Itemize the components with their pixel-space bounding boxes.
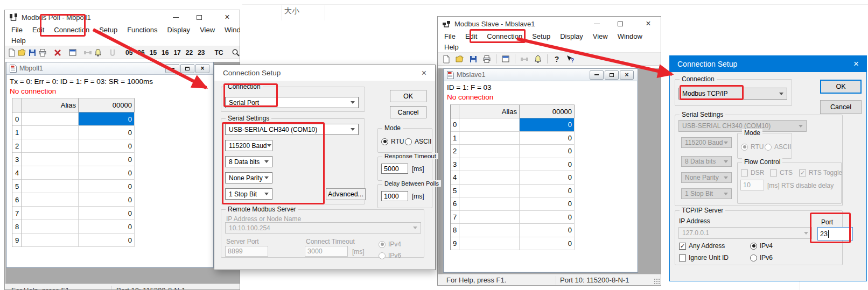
alias-cell[interactable] (459, 224, 520, 237)
register-value-cell[interactable]: 0 (520, 211, 575, 224)
doc-minimize-button[interactable] (165, 64, 179, 73)
ipv4-radio[interactable]: IPv4 (750, 242, 773, 250)
register-value-cell[interactable]: 0 (79, 220, 135, 234)
function-23-button[interactable]: 23 (196, 49, 206, 56)
context-help-icon[interactable]: ? (564, 54, 576, 65)
register-value-cell[interactable]: 0 (520, 185, 575, 198)
alias-cell[interactable] (459, 171, 520, 185)
register-value-cell[interactable]: 0 (79, 153, 135, 166)
menu-display[interactable]: Display (555, 31, 588, 41)
function-05-button[interactable]: 05 (124, 49, 134, 56)
alias-cell[interactable] (459, 211, 520, 224)
menu-help[interactable]: Help (439, 42, 464, 52)
menu-display[interactable]: Display (163, 25, 195, 35)
register-value-cell[interactable]: 0 (79, 126, 135, 139)
menu-window[interactable]: Window (613, 31, 647, 41)
save-icon[interactable] (467, 54, 479, 65)
register-value-cell[interactable]: 0 (520, 118, 575, 132)
rtu-radio[interactable]: RTU (381, 138, 404, 145)
about-help-icon[interactable]: ? (551, 54, 563, 65)
junction-icon[interactable] (109, 47, 117, 58)
open-file-icon[interactable] (454, 54, 466, 65)
menu-file[interactable]: File (6, 25, 27, 35)
zoom-icon[interactable] (232, 47, 240, 58)
doc-minimize-button[interactable] (590, 70, 604, 80)
function-15-button[interactable]: 15 (148, 49, 158, 56)
doc-close-button[interactable]: × (620, 70, 634, 80)
menu-view[interactable]: View (588, 31, 613, 41)
poll-bell-icon[interactable] (532, 54, 544, 65)
alias-cell[interactable] (22, 220, 79, 234)
register-value-cell[interactable]: 0 (520, 224, 575, 237)
alias-cell[interactable] (459, 237, 520, 251)
connect-icon[interactable] (83, 47, 92, 58)
alias-cell[interactable] (22, 153, 79, 166)
function-06-button[interactable]: 06 (136, 49, 146, 56)
function-22-button[interactable]: 22 (184, 49, 194, 56)
menu-functions[interactable]: Functions (122, 25, 162, 35)
doc-restore-button[interactable] (605, 70, 619, 80)
ok-button[interactable]: OK (820, 80, 862, 94)
doc-close-button[interactable]: × (195, 64, 209, 73)
alias-cell[interactable] (22, 180, 79, 193)
maximize-button[interactable] (191, 12, 207, 23)
register-value-cell[interactable]: 0 (79, 193, 135, 207)
minimize-button[interactable] (589, 18, 605, 29)
ascii-radio[interactable]: ASCII (405, 138, 431, 145)
tc-button[interactable]: TC (213, 49, 225, 56)
close-icon[interactable]: × (422, 68, 426, 78)
register-value-cell[interactable]: 0 (520, 197, 575, 211)
menu-setup[interactable]: Setup (94, 25, 122, 35)
alias-cell[interactable] (22, 234, 79, 247)
print-icon[interactable] (38, 47, 47, 58)
menu-window[interactable]: Window (220, 25, 240, 35)
menu-setup[interactable]: Setup (527, 31, 555, 41)
alias-cell[interactable] (22, 166, 79, 180)
save-icon[interactable] (28, 47, 37, 58)
advanced-button[interactable]: Advanced... (326, 188, 366, 200)
menu-file[interactable]: File (439, 31, 460, 41)
alias-cell[interactable] (22, 112, 79, 126)
doc-restore-button[interactable] (180, 64, 194, 73)
register-value-cell[interactable]: 0 (79, 234, 135, 247)
connect-icon[interactable] (519, 54, 530, 65)
menu-help[interactable]: Help (6, 36, 31, 46)
alias-cell[interactable] (22, 193, 79, 207)
cancel-button[interactable]: Cancel (390, 106, 426, 118)
maximize-button[interactable] (612, 18, 628, 29)
alias-cell[interactable] (22, 139, 79, 153)
close-button[interactable]: × (640, 18, 656, 29)
alias-cell[interactable] (459, 132, 520, 145)
register-value-cell[interactable]: 0 (520, 237, 575, 251)
function-17-button[interactable]: 17 (172, 49, 182, 56)
print-icon[interactable] (481, 54, 493, 65)
new-file-icon[interactable] (440, 54, 452, 65)
close-button[interactable]: × (219, 12, 235, 23)
register-value-cell[interactable]: 0 (79, 112, 135, 126)
close-icon[interactable]: × (853, 59, 859, 69)
resize-grip[interactable] (654, 278, 660, 285)
delay-input[interactable]: 1000 (381, 191, 408, 201)
alias-cell[interactable] (22, 207, 79, 220)
display-setup-icon[interactable] (500, 54, 512, 65)
register-value-cell[interactable]: 0 (79, 166, 135, 180)
any-address-checkbox[interactable]: ✓Any Address (679, 242, 725, 250)
alias-cell[interactable] (459, 118, 520, 132)
register-value-cell[interactable]: 0 (79, 207, 135, 220)
display-setup-icon[interactable] (68, 47, 77, 58)
register-value-cell[interactable]: 0 (520, 145, 575, 158)
delete-x-icon[interactable] (53, 47, 62, 58)
alias-cell[interactable] (459, 185, 520, 198)
ok-button[interactable]: OK (390, 90, 426, 102)
alias-cell[interactable] (22, 126, 79, 139)
function-16-button[interactable]: 16 (160, 49, 170, 56)
ignore-unit-id-checkbox[interactable]: Ignore Unit ID (679, 254, 729, 261)
alias-cell[interactable] (459, 145, 520, 158)
register-value-cell[interactable]: 0 (520, 158, 575, 172)
register-value-cell[interactable]: 0 (520, 132, 575, 145)
register-value-cell[interactable]: 0 (79, 180, 135, 193)
register-value-cell[interactable]: 0 (520, 171, 575, 185)
alias-cell[interactable] (459, 197, 520, 211)
menu-view[interactable]: View (195, 25, 220, 35)
cancel-button[interactable]: Cancel (820, 100, 862, 114)
